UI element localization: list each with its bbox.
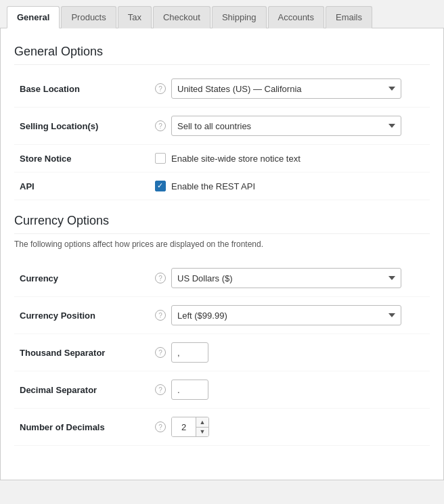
currency-row: Currency ? US Dollars ($) Euro (€) Briti… — [14, 260, 430, 297]
num-decimals-spinner: ▲ ▼ — [171, 417, 209, 437]
num-decimals-row: Number of Decimals ? ▲ ▼ — [14, 409, 430, 446]
selling-locations-select[interactable]: Sell to all countries Sell to specific c… — [171, 116, 401, 136]
currency-options-desc: The following options affect how prices … — [14, 239, 430, 249]
tab-products[interactable]: Products — [61, 6, 116, 28]
num-decimals-field: ? ▲ ▼ — [155, 417, 424, 437]
tab-shipping[interactable]: Shipping — [212, 6, 267, 28]
decimal-separator-label: Decimal Separator — [20, 385, 97, 395]
main-content: General Options Base Location ? United S… — [0, 28, 444, 480]
api-label: API — [20, 181, 35, 191]
selling-locations-field: ? Sell to all countries Sell to specific… — [155, 116, 424, 136]
spinner-up-button[interactable]: ▲ — [196, 417, 208, 428]
tab-emails[interactable]: Emails — [326, 6, 372, 28]
api-row: API Enable the REST API — [14, 173, 430, 200]
currency-position-field: ? Left ($99.99) Right (99.99$) Left with… — [155, 305, 424, 325]
store-notice-row: Store Notice Enable site-wide store noti… — [14, 145, 430, 173]
decimal-separator-input[interactable] — [171, 380, 208, 400]
spinner-buttons: ▲ ▼ — [196, 417, 208, 436]
spinner-down-button[interactable]: ▼ — [196, 428, 208, 437]
currency-position-help-icon[interactable]: ? — [155, 310, 166, 321]
base-location-help-icon[interactable]: ? — [155, 83, 166, 94]
currency-label: Currency — [20, 273, 58, 283]
currency-position-row: Currency Position ? Left ($99.99) Right … — [14, 297, 430, 334]
api-text: Enable the REST API — [171, 181, 255, 191]
base-location-field: ? United States (US) — California United… — [155, 78, 424, 99]
thousand-separator-input[interactable] — [171, 342, 208, 363]
thousand-separator-field: ? — [155, 342, 424, 363]
decimal-separator-help-icon[interactable]: ? — [155, 384, 166, 395]
tab-checkout[interactable]: Checkout — [153, 6, 210, 28]
currency-position-label: Currency Position — [20, 311, 95, 321]
tabs-bar: General Products Tax Checkout Shipping A… — [0, 0, 444, 28]
general-options-title: General Options — [14, 45, 430, 65]
thousand-separator-label: Thousand Separator — [20, 348, 105, 358]
tab-accounts[interactable]: Accounts — [268, 6, 324, 28]
num-decimals-help-icon[interactable]: ? — [155, 421, 166, 432]
general-options-table: Base Location ? United States (US) — Cal… — [14, 70, 430, 200]
currency-field: ? US Dollars ($) Euro (€) British Pound … — [155, 268, 424, 288]
thousand-separator-row: Thousand Separator ? — [14, 334, 430, 371]
decimal-separator-field: ? — [155, 380, 424, 400]
decimal-separator-row: Decimal Separator ? — [14, 371, 430, 409]
num-decimals-input[interactable] — [172, 417, 196, 436]
api-field: Enable the REST API — [155, 181, 424, 191]
store-notice-field: Enable site-wide store notice text — [155, 153, 424, 164]
tab-tax[interactable]: Tax — [118, 6, 152, 28]
base-location-label: Base Location — [20, 84, 80, 94]
currency-options-title: Currency Options — [14, 214, 430, 234]
currency-options-table: Currency ? US Dollars ($) Euro (€) Briti… — [14, 260, 430, 446]
currency-select[interactable]: US Dollars ($) Euro (€) British Pound (£… — [171, 268, 401, 288]
tab-general[interactable]: General — [7, 6, 60, 28]
currency-position-select[interactable]: Left ($99.99) Right (99.99$) Left with s… — [171, 305, 401, 325]
base-location-select[interactable]: United States (US) — California United K… — [171, 78, 401, 99]
currency-help-icon[interactable]: ? — [155, 273, 166, 283]
store-notice-label: Store Notice — [20, 154, 72, 164]
thousand-separator-help-icon[interactable]: ? — [155, 347, 166, 358]
store-notice-checkbox[interactable] — [155, 153, 166, 164]
selling-locations-row: Selling Location(s) ? Sell to all countr… — [14, 108, 430, 145]
num-decimals-label: Number of Decimals — [20, 422, 105, 432]
store-notice-text: Enable site-wide store notice text — [171, 154, 301, 164]
selling-locations-label: Selling Location(s) — [20, 121, 98, 131]
selling-locations-help-icon[interactable]: ? — [155, 120, 166, 131]
api-checkbox[interactable] — [155, 181, 166, 191]
base-location-row: Base Location ? United States (US) — Cal… — [14, 70, 430, 108]
